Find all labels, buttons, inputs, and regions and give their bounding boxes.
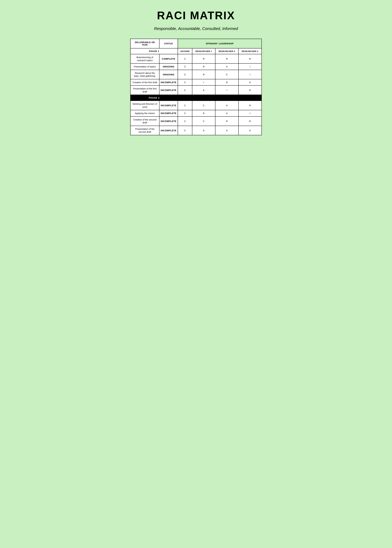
status-cell: ONGOING (159, 63, 178, 70)
page-title: RACI MATRIX (157, 9, 235, 22)
adviser-cell: C (178, 117, 192, 126)
task-cell: Creation of the second draft (130, 117, 159, 126)
researcher2-cell: A (215, 110, 238, 117)
col-researcher3-header: RESEARCHER 3 (238, 48, 262, 54)
page-container: RACI MATRIX Responsible, Accountable, Co… (130, 9, 262, 135)
researcher2-cell: A (215, 126, 238, 135)
table-row: Brainstorming of research topics COMPLET… (130, 54, 262, 63)
adviser-cell: C (178, 101, 192, 110)
task-cell: Brainstorming of research topics (130, 54, 159, 63)
status-cell: INCOMPLETE (159, 101, 178, 110)
phase2-label: PHASE 2 (130, 95, 178, 101)
status-cell: INCOMPLETE (159, 110, 178, 117)
researcher3-cell: R (238, 54, 262, 63)
table-row: Applying the reision INCOMPLETE C R A I (130, 110, 262, 117)
table-row: Presentation of the second draft INCOMPL… (130, 126, 262, 135)
table-row: Creation of the second draft INCOMPLETE … (130, 117, 262, 126)
task-cell: Presentation of topics (130, 63, 159, 70)
researcher1-cell: C (192, 117, 215, 126)
researcher1-cell: C (192, 101, 215, 110)
raci-matrix-table: DELIVERABLE OR TASK STATUS SPONSOR / LEA… (130, 39, 262, 135)
adviser-cell: C (178, 70, 192, 79)
researcher1-cell: R (192, 110, 215, 117)
empty-cell (178, 95, 192, 101)
adviser-cell: C (178, 63, 192, 70)
empty-cell (215, 95, 238, 101)
phase1-label: PHASE 1 (130, 48, 178, 54)
researcher1-cell: I (192, 79, 215, 86)
task-cell: Applying the reision (130, 110, 159, 117)
col-researcher2-header: RESEARCHER 2 (215, 48, 238, 54)
status-cell: INCOMPLETE (159, 85, 178, 95)
status-cell: INCOMPLETE (159, 126, 178, 135)
task-cell: Creation of the first draft (130, 79, 159, 86)
col-researcher1-header: RESEARCHER 1 (192, 48, 215, 54)
task-cell: Presentation of the first draft (130, 85, 159, 95)
status-cell: COMPLETE (159, 54, 178, 63)
researcher3-cell: R (238, 85, 262, 95)
table-row: Meeting and Revision of work INCOMPLETE … (130, 101, 262, 110)
researcher2-cell: A (215, 101, 238, 110)
researcher3-cell: I (238, 63, 262, 70)
col-sponsor-header: SPONSOR / LEADERSHIP (178, 39, 262, 48)
researcher1-cell: R (192, 54, 215, 63)
empty-cell (192, 95, 215, 101)
col-deliverable-header: DELIVERABLE OR TASK (130, 39, 159, 48)
researcher3-cell: A (238, 126, 262, 135)
researcher1-cell: R (192, 63, 215, 70)
researcher3-cell: I (238, 110, 262, 117)
adviser-cell: C (178, 110, 192, 117)
adviser-cell: C (178, 126, 192, 135)
adviser-cell: C (178, 85, 192, 95)
researcher1-cell: A (192, 126, 215, 135)
researcher2-cell: I (215, 85, 238, 95)
researcher2-cell: C (215, 70, 238, 79)
status-cell: INCOMPLETE (159, 117, 178, 126)
researcher1-cell: R (192, 70, 215, 79)
researcher3-cell: R (238, 117, 262, 126)
table-row: Presentation of topics ONGOING C R A I (130, 63, 262, 70)
empty-cell (238, 95, 262, 101)
task-cell: Presentation of the second draft (130, 126, 159, 135)
phase2-row: PHASE 2 (130, 95, 262, 101)
col-status-header: STATUS (159, 39, 178, 48)
status-cell: INCOMPLETE (159, 79, 178, 86)
researcher2-cell: R (215, 117, 238, 126)
status-cell: ONGOING (159, 70, 178, 79)
task-cell: Research about the topic, Data gathering… (130, 70, 159, 79)
page-subtitle: Responsible, Accountable, Consulted, Inf… (154, 26, 238, 31)
researcher1-cell: A (192, 85, 215, 95)
researcher3-cell: R (238, 101, 262, 110)
table-row: Presentation of the first draft INCOMPLE… (130, 85, 262, 95)
researcher2-cell: A (215, 63, 238, 70)
researcher2-cell: R (215, 79, 238, 86)
researcher3-cell: A (238, 79, 262, 86)
table-row: Creation of the first draft INCOMPLETE C… (130, 79, 262, 86)
table-row: Research about the topic, Data gathering… (130, 70, 262, 79)
col-adviser-header: ADVISER (178, 48, 192, 54)
researcher3-cell: I (238, 70, 262, 79)
task-cell: Meeting and Revision of work (130, 101, 159, 110)
adviser-cell: C (178, 79, 192, 86)
adviser-cell: C (178, 54, 192, 63)
researcher2-cell: R (215, 54, 238, 63)
